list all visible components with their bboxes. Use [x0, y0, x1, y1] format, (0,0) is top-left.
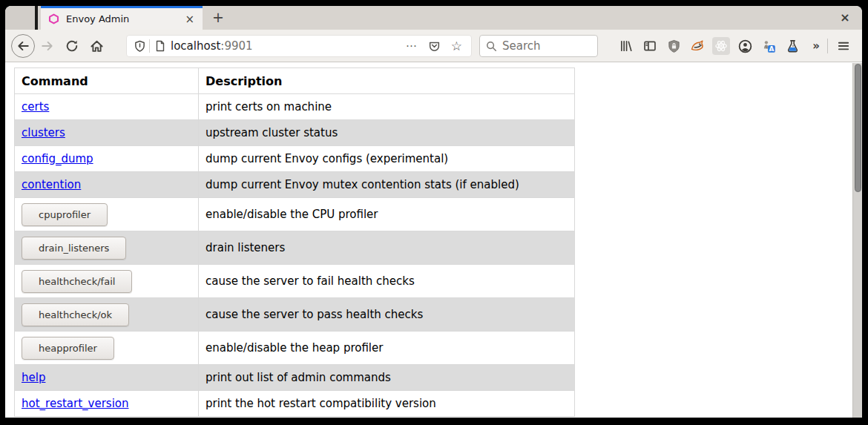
- table-row: healthcheck/failcause the server to fail…: [15, 265, 575, 298]
- back-arrow-icon: [16, 39, 30, 53]
- shield-lock-icon: [667, 39, 681, 53]
- window-close-button[interactable]: ×: [835, 8, 855, 27]
- translate-icon: A: [762, 39, 776, 53]
- description-cell: drain listeners: [199, 231, 575, 265]
- command-link-config_dump[interactable]: config_dump: [22, 152, 93, 165]
- page-icon: [154, 40, 166, 52]
- description-cell: dump current Envoy mutex contention stat…: [199, 172, 575, 198]
- description-cell: print out list of admin commands: [199, 365, 575, 391]
- back-button[interactable]: [11, 34, 35, 58]
- command-link-hot_restart_version[interactable]: hot_restart_version: [22, 397, 129, 410]
- account-icon: [738, 39, 752, 53]
- command-cell: config_dump: [15, 146, 199, 172]
- description-cell: enable/disable the CPU profiler: [199, 198, 575, 231]
- search-input[interactable]: [502, 39, 584, 53]
- fox-extension-icon: [690, 39, 705, 53]
- url-bar[interactable]: localhost:9901 ⋯ ☆: [126, 35, 472, 57]
- tab-envoy-admin[interactable]: Envoy Admin ×: [41, 6, 203, 30]
- command-cell: contention: [15, 172, 199, 198]
- navigation-toolbar: localhost:9901 ⋯ ☆: [5, 30, 862, 62]
- command-cell: healthcheck/ok: [15, 298, 199, 332]
- description-cell: enable/disable the heap profiler: [199, 332, 575, 365]
- page-content: Command Description certsprint certs on …: [5, 63, 862, 418]
- command-link-certs[interactable]: certs: [22, 100, 49, 113]
- hamburger-menu-icon: [837, 39, 850, 53]
- table-row: hot_restart_versionprint the hot restart…: [15, 391, 575, 417]
- description-cell: print the hot restart compatibility vers…: [199, 391, 575, 417]
- command-button-healthcheck/ok[interactable]: healthcheck/ok: [22, 303, 129, 326]
- home-icon: [90, 39, 104, 53]
- atom-icon: [714, 39, 728, 53]
- command-cell: clusters: [15, 120, 199, 146]
- tab-bar: Envoy Admin × + ×: [5, 6, 862, 30]
- command-button-drain_listeners[interactable]: drain_listeners: [22, 237, 126, 260]
- library-button[interactable]: [617, 37, 635, 55]
- browser-window: Envoy Admin × + ×: [5, 6, 862, 418]
- svg-text:A: A: [769, 45, 774, 52]
- column-header-command: Command: [15, 68, 199, 94]
- command-link-contention[interactable]: contention: [22, 178, 81, 191]
- description-cell: upstream cluster status: [199, 120, 575, 146]
- command-button-healthcheck/fail[interactable]: healthcheck/fail: [22, 270, 132, 293]
- command-cell: help: [15, 365, 199, 391]
- description-cell: dump current Envoy configs (experimental…: [199, 146, 575, 172]
- account-button[interactable]: [736, 37, 754, 55]
- overflow-menu-button[interactable]: »: [807, 37, 825, 55]
- app-menu-button[interactable]: [835, 37, 852, 55]
- scrollbar-thumb[interactable]: [855, 64, 861, 192]
- library-icon: [619, 39, 633, 53]
- extension-flask-button[interactable]: [783, 37, 801, 55]
- url-host: localhost: [171, 39, 220, 53]
- command-cell: healthcheck/fail: [15, 265, 199, 298]
- table-row: helpprint out list of admin commands: [15, 365, 575, 391]
- sidebar-toggle-button[interactable]: [641, 37, 659, 55]
- description-cell: cause the server to pass health checks: [199, 298, 575, 332]
- command-cell: heapprofiler: [15, 332, 199, 365]
- flask-icon: [786, 39, 800, 53]
- url-port: :9901: [220, 39, 252, 53]
- table-row: cpuprofilerenable/disable the CPU profil…: [15, 198, 575, 231]
- page-actions-icon[interactable]: ⋯: [406, 39, 418, 53]
- command-table-body: certsprint certs on machineclustersupstr…: [15, 94, 575, 417]
- admin-command-table: Command Description certsprint certs on …: [14, 67, 575, 417]
- pocket-icon[interactable]: [428, 40, 441, 53]
- tab-close-icon[interactable]: ×: [183, 13, 197, 26]
- command-cell: certs: [15, 94, 199, 120]
- titlebar-spacer: [5, 6, 38, 30]
- new-tab-button[interactable]: +: [208, 8, 228, 27]
- extension-translate-button[interactable]: A: [760, 37, 777, 55]
- command-cell: drain_listeners: [15, 231, 199, 265]
- urlbar-separator: [149, 39, 150, 53]
- toolbar-separator: [827, 39, 828, 53]
- reload-button[interactable]: [63, 37, 81, 55]
- table-row: clustersupstream cluster status: [15, 120, 575, 146]
- reload-icon: [65, 39, 79, 53]
- extension-containers-button[interactable]: [688, 37, 706, 55]
- command-cell: cpuprofiler: [15, 198, 199, 231]
- description-cell: cause the server to fail health checks: [199, 265, 575, 298]
- search-icon: [486, 41, 497, 52]
- command-button-cpuprofiler[interactable]: cpuprofiler: [22, 203, 108, 226]
- table-row: heapprofilerenable/disable the heap prof…: [15, 332, 575, 365]
- table-row: drain_listenersdrain listeners: [15, 231, 575, 265]
- command-cell: hot_restart_version: [15, 391, 199, 417]
- command-link-help[interactable]: help: [22, 371, 45, 384]
- tab-title: Envoy Admin: [66, 13, 183, 24]
- forward-button[interactable]: [39, 37, 56, 55]
- table-row: config_dumpdump current Envoy configs (e…: [15, 146, 575, 172]
- vertical-scrollbar[interactable]: [852, 63, 862, 418]
- home-button[interactable]: [88, 37, 105, 55]
- search-bar[interactable]: [479, 35, 598, 57]
- envoy-favicon-icon: [48, 13, 59, 24]
- command-button-heapprofiler[interactable]: heapprofiler: [22, 337, 114, 360]
- bookmark-star-icon[interactable]: ☆: [451, 40, 462, 53]
- table-row: certsprint certs on machine: [15, 94, 575, 120]
- command-link-clusters[interactable]: clusters: [22, 126, 65, 139]
- url-input[interactable]: localhost:9901: [171, 39, 406, 53]
- extension-react-devtools-button[interactable]: [712, 37, 730, 55]
- table-header-row: Command Description: [15, 68, 575, 94]
- table-row: healthcheck/okcause the server to pass h…: [15, 298, 575, 332]
- table-row: contentiondump current Envoy mutex conte…: [15, 172, 575, 198]
- column-header-description: Description: [199, 68, 575, 94]
- extension-shield-lock-button[interactable]: [665, 37, 683, 55]
